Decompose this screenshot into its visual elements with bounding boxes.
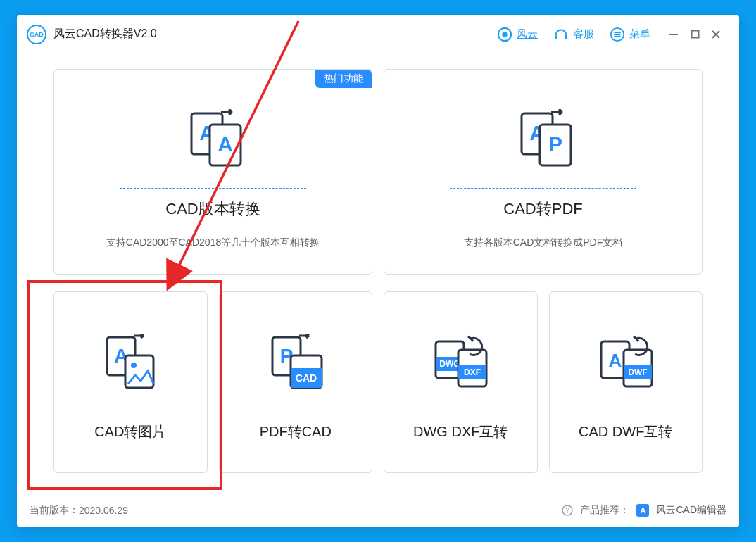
- menu-circle-icon: [610, 27, 625, 42]
- card-title: DWG DXF互转: [413, 422, 508, 441]
- svg-text:A: A: [608, 350, 622, 371]
- card-title: CAD版本转换: [165, 198, 260, 220]
- recommend-label: 产品推荐：: [580, 504, 629, 517]
- divider: [258, 412, 332, 412]
- app-window: CAD 风云CAD转换器V2.0 风云 客服 菜单: [17, 15, 739, 527]
- card-cad-to-image[interactable]: A CAD转图片: [53, 291, 208, 473]
- hot-badge: 热门功能: [315, 70, 372, 88]
- titlebar-kefu-label: 客服: [573, 27, 594, 41]
- file-ap-convert-icon: A P: [512, 109, 575, 172]
- file-a-dwf-icon: A DWF: [596, 334, 656, 395]
- svg-point-17: [131, 363, 137, 368]
- target-icon: [497, 27, 512, 42]
- titlebar-menu-button[interactable]: 菜单: [610, 27, 650, 42]
- file-aa-convert-icon: A A: [182, 109, 245, 172]
- svg-text:A: A: [218, 132, 233, 156]
- recommend-product-link[interactable]: 风云CAD编辑器: [656, 504, 726, 517]
- titlebar-fengyun-label: 风云: [517, 27, 538, 41]
- file-dwg-dxf-icon: DWG DXF: [430, 334, 491, 395]
- divider: [588, 412, 662, 412]
- headset-icon: [553, 27, 569, 42]
- svg-point-1: [502, 32, 507, 37]
- file-a-image-icon: A: [100, 334, 160, 395]
- card-cad-dwf[interactable]: A DWF CAD DWF互转: [549, 291, 703, 473]
- version-value: 2020.06.29: [79, 505, 128, 516]
- row-bottom: A CAD转图片 P: [53, 291, 703, 473]
- card-title: CAD转图片: [94, 422, 166, 441]
- svg-text:DWG: DWG: [440, 359, 460, 369]
- content-area: 热门功能 A A CAD版本转换 支持CAD2000至CAD2018等几十个版本…: [17, 53, 739, 493]
- divider: [94, 412, 168, 412]
- titlebar-fengyun-link[interactable]: 风云: [497, 27, 538, 42]
- svg-text:DWF: DWF: [628, 367, 647, 377]
- card-desc: 支持CAD2000至CAD2018等几十个版本互相转换: [106, 237, 320, 249]
- divider: [424, 412, 498, 412]
- statusbar: 当前版本： 2020.06.29 ? 产品推荐： A 风云CAD编辑器: [17, 493, 739, 527]
- window-minimize-button[interactable]: [663, 24, 684, 45]
- divider: [120, 188, 307, 189]
- svg-rect-2: [555, 34, 557, 38]
- card-cad-to-pdf[interactable]: A P CAD转PDF 支持各版本CAD文档转换成PDF文档: [384, 69, 703, 275]
- titlebar-kefu-link[interactable]: 客服: [553, 27, 594, 42]
- row-top: 热门功能 A A CAD版本转换 支持CAD2000至CAD2018等几十个版本…: [53, 69, 703, 275]
- svg-text:P: P: [548, 132, 562, 156]
- card-cad-version-convert[interactable]: 热门功能 A A CAD版本转换 支持CAD2000至CAD2018等几十个版本…: [53, 69, 372, 275]
- card-pdf-to-cad[interactable]: P CAD PDF转CAD: [219, 291, 373, 473]
- file-p-cad-icon: P CAD: [265, 334, 326, 395]
- svg-rect-5: [691, 31, 698, 38]
- card-desc: 支持各版本CAD文档转换成PDF文档: [464, 237, 623, 249]
- card-title: CAD转PDF: [503, 198, 582, 220]
- help-icon[interactable]: ?: [562, 505, 573, 516]
- version-label: 当前版本：: [30, 504, 79, 517]
- product-icon: A: [636, 504, 649, 517]
- divider: [450, 188, 637, 189]
- app-title: 风云CAD转换器V2.0: [53, 27, 157, 42]
- svg-text:DXF: DXF: [464, 367, 481, 377]
- svg-text:?: ?: [566, 506, 570, 514]
- svg-rect-3: [565, 34, 567, 38]
- app-logo-icon: CAD: [27, 25, 46, 44]
- window-maximize-button[interactable]: [684, 24, 705, 45]
- card-title: PDF转CAD: [260, 422, 332, 441]
- window-close-button[interactable]: [705, 24, 726, 45]
- card-dwg-dxf[interactable]: DWG DXF DWG DXF互转: [384, 291, 538, 473]
- titlebar-menu-label: 菜单: [629, 27, 650, 41]
- titlebar: CAD 风云CAD转换器V2.0 风云 客服 菜单: [17, 15, 739, 53]
- svg-text:CAD: CAD: [296, 372, 317, 384]
- card-title: CAD DWF互转: [579, 422, 672, 441]
